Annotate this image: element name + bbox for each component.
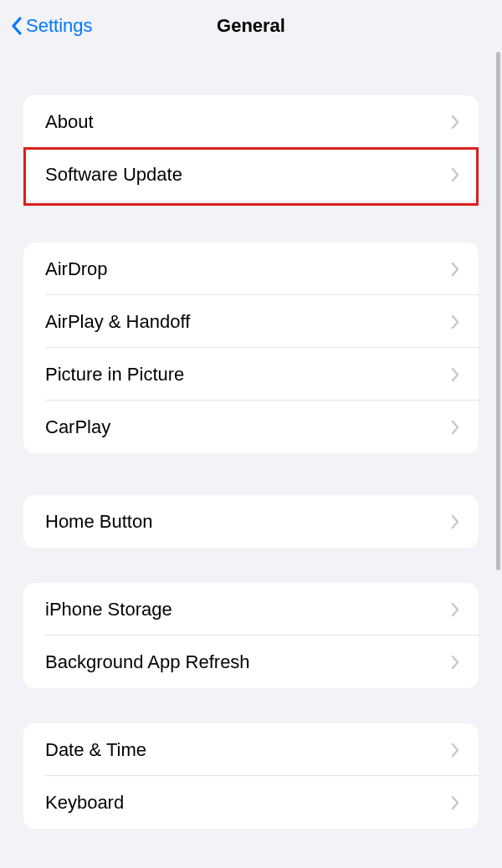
chevron-right-icon [450, 795, 460, 810]
row-label: AirDrop [45, 258, 108, 280]
settings-group: About Software Update [23, 95, 479, 201]
back-label: Settings [26, 15, 93, 37]
row-label: Date & Time [45, 739, 146, 761]
row-software-update[interactable]: Software Update [23, 148, 479, 201]
chevron-right-icon [450, 602, 460, 617]
row-date-time[interactable]: Date & Time [23, 723, 479, 776]
row-label: AirPlay & Handoff [45, 311, 190, 333]
row-iphone-storage[interactable]: iPhone Storage [23, 583, 479, 636]
settings-content: About Software Update AirDrop AirPlay & … [0, 95, 502, 829]
row-carplay[interactable]: CarPlay [23, 401, 479, 453]
settings-group: Home Button [23, 495, 479, 548]
row-label: Keyboard [45, 792, 124, 814]
chevron-right-icon [450, 420, 460, 435]
scrollbar[interactable] [496, 52, 500, 570]
settings-group: AirDrop AirPlay & Handoff Picture in Pic… [23, 243, 479, 453]
row-label: iPhone Storage [45, 599, 172, 620]
navigation-bar: Settings General [0, 0, 502, 52]
row-label: Picture in Picture [45, 364, 184, 385]
row-label: Background App Refresh [45, 651, 250, 673]
row-about[interactable]: About [23, 95, 479, 148]
chevron-right-icon [450, 262, 460, 277]
row-label: About [45, 111, 94, 133]
chevron-right-icon [450, 167, 460, 182]
chevron-right-icon [450, 514, 460, 529]
page-title: General [217, 15, 285, 37]
row-airdrop[interactable]: AirDrop [23, 243, 479, 295]
settings-group: iPhone Storage Background App Refresh [23, 583, 479, 688]
row-airplay-handoff[interactable]: AirPlay & Handoff [23, 295, 479, 348]
chevron-right-icon [450, 743, 460, 758]
row-home-button[interactable]: Home Button [23, 495, 479, 548]
chevron-right-icon [450, 367, 460, 382]
row-label: Software Update [45, 164, 182, 186]
chevron-right-icon [450, 115, 460, 130]
back-button[interactable]: Settings [10, 15, 93, 37]
row-background-app-refresh[interactable]: Background App Refresh [23, 636, 479, 688]
row-picture-in-picture[interactable]: Picture in Picture [23, 348, 479, 401]
row-label: Home Button [45, 511, 152, 533]
settings-group: Date & Time Keyboard [23, 723, 479, 829]
chevron-right-icon [450, 655, 460, 670]
chevron-left-icon [10, 17, 23, 35]
row-keyboard[interactable]: Keyboard [23, 776, 479, 829]
row-label: CarPlay [45, 416, 110, 438]
chevron-right-icon [450, 314, 460, 329]
